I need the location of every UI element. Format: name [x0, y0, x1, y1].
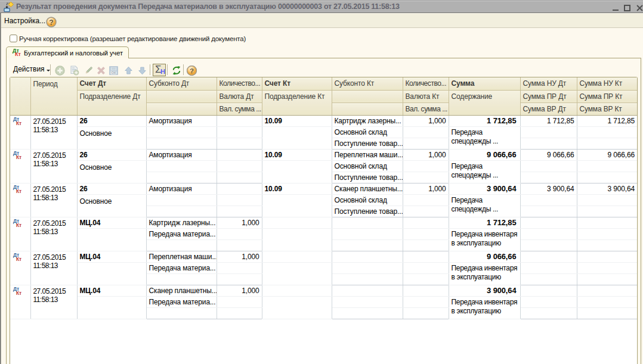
svg-text:ОК: ОК: [112, 71, 117, 74]
svg-text:?: ?: [49, 18, 53, 27]
svg-text:?: ?: [190, 67, 194, 74]
